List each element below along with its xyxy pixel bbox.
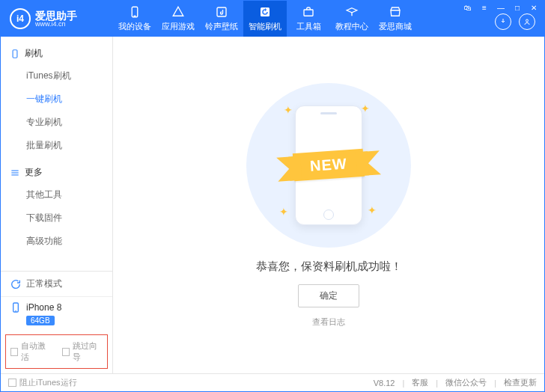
toolbox-icon (302, 5, 315, 19)
options-highlight: 自动激活 跳过向导 (5, 334, 108, 369)
group-label: 更多 (25, 166, 43, 179)
tab-label: 应用游戏 (162, 21, 195, 32)
sidebar-item-batch-flash[interactable]: 批量刷机 (1, 134, 112, 157)
success-illustration: ✦ ✦ ✦ ✦ NEW (246, 83, 411, 248)
success-message: 恭喜您，保资料刷机成功啦！ (256, 260, 402, 274)
tab-label: 智能刷机 (249, 21, 281, 32)
store-icon (389, 5, 402, 19)
device-name: iPhone 8 (26, 302, 61, 313)
confirm-button[interactable]: 确定 (298, 284, 359, 307)
checkbox-block-itunes[interactable]: 阻止iTunes运行 (8, 377, 77, 388)
divider: | (436, 379, 438, 388)
music-icon (215, 5, 228, 19)
main-content: ✦ ✦ ✦ ✦ NEW 恭喜您，保资料刷机成功啦！ 确定 查看日志 (113, 37, 544, 373)
checkbox-skip-guide[interactable]: 跳过向导 (62, 340, 103, 363)
checkbox-label: 阻止iTunes运行 (19, 377, 77, 388)
tab-apps[interactable]: 应用游戏 (156, 1, 200, 37)
sidebar-item-oneclick-flash[interactable]: 一键刷机 (1, 88, 112, 111)
phone-icon (10, 301, 22, 313)
wechat-link[interactable]: 微信公众号 (445, 377, 487, 388)
tab-my-device[interactable]: 我的设备 (113, 1, 156, 37)
tab-tutorials[interactable]: 教程中心 (330, 1, 374, 37)
minimize-icon[interactable]: — (494, 2, 508, 13)
book-icon (345, 5, 359, 19)
sidebar-item-pro-flash[interactable]: 专业刷机 (1, 111, 112, 134)
version-label: V8.12 (374, 379, 395, 388)
tab-label: 我的设备 (118, 21, 151, 32)
status-bar: 阻止iTunes运行 V8.12 | 客服 | 微信公众号 | 检查更新 (1, 373, 544, 391)
close-icon[interactable]: ✕ (527, 2, 541, 13)
divider: | (402, 379, 404, 388)
user-icon (523, 17, 532, 26)
sidebar-item-other-tools[interactable]: 其他工具 (1, 183, 112, 206)
device-info[interactable]: iPhone 8 64GB (1, 297, 112, 331)
group-label: 刷机 (25, 47, 43, 60)
sidebar-group-flash: 刷机 (1, 43, 112, 64)
check-update-link[interactable]: 检查更新 (504, 377, 537, 388)
svg-point-5 (526, 19, 529, 22)
sidebar-item-itunes-flash[interactable]: iTunes刷机 (1, 64, 112, 88)
app-domain: www.i4.cn (35, 21, 77, 28)
flash-group-icon (10, 49, 20, 59)
divider: | (494, 379, 496, 388)
menu-icon[interactable]: ≡ (478, 2, 491, 13)
new-ribbon: NEW (293, 149, 365, 181)
sidebar-group-more: 更多 (1, 162, 112, 183)
tab-label: 铃声壁纸 (205, 21, 238, 32)
svg-rect-6 (13, 49, 17, 58)
sidebar-item-advanced[interactable]: 高级功能 (1, 230, 112, 253)
header-tabs: 我的设备 应用游戏 铃声壁纸 智能刷机 工具箱 教程中心 (113, 1, 495, 37)
app-name: 爱思助手 (35, 10, 77, 21)
sparkle-icon: ✦ (279, 206, 288, 218)
app-logo: i4 爱思助手 www.i4.cn (1, 8, 113, 29)
tab-label: 爱思商城 (379, 21, 412, 32)
user-button[interactable] (519, 13, 535, 30)
checkbox-icon (10, 348, 18, 356)
checkbox-icon (62, 348, 70, 356)
storage-badge: 64GB (26, 316, 55, 325)
download-button[interactable] (495, 13, 511, 30)
logo-icon: i4 (10, 8, 31, 29)
download-icon (499, 17, 508, 26)
checkbox-auto-activate[interactable]: 自动激活 (10, 340, 52, 363)
sparkle-icon: ✦ (284, 104, 293, 116)
tab-label: 工具箱 (296, 21, 321, 32)
checkbox-label: 跳过向导 (73, 340, 103, 363)
mode-label: 正常模式 (26, 278, 62, 290)
tab-flash[interactable]: 智能刷机 (243, 1, 287, 37)
sidebar-item-download-firmware[interactable]: 下载固件 (1, 206, 112, 230)
device-icon (128, 5, 141, 19)
checkbox-label: 自动激活 (21, 340, 51, 363)
support-link[interactable]: 客服 (412, 377, 428, 388)
cart-icon[interactable]: 🛍 (461, 2, 475, 13)
device-mode[interactable]: 正常模式 (1, 272, 112, 297)
view-log-link[interactable]: 查看日志 (312, 316, 345, 328)
refresh-icon (10, 278, 22, 290)
maximize-icon[interactable]: □ (511, 2, 524, 13)
refresh-icon (258, 5, 272, 19)
tab-toolbox[interactable]: 工具箱 (287, 1, 330, 37)
sidebar: 刷机 iTunes刷机 一键刷机 专业刷机 批量刷机 更多 其他工具 下载固件 … (1, 37, 113, 373)
tab-ringtones[interactable]: 铃声壁纸 (200, 1, 243, 37)
tab-label: 教程中心 (335, 21, 368, 32)
sparkle-icon: ✦ (368, 204, 377, 216)
svg-rect-4 (304, 10, 313, 16)
tab-store[interactable]: 爱思商城 (374, 1, 417, 37)
checkbox-icon (8, 379, 16, 387)
apps-icon (171, 5, 185, 19)
more-group-icon (10, 168, 20, 178)
